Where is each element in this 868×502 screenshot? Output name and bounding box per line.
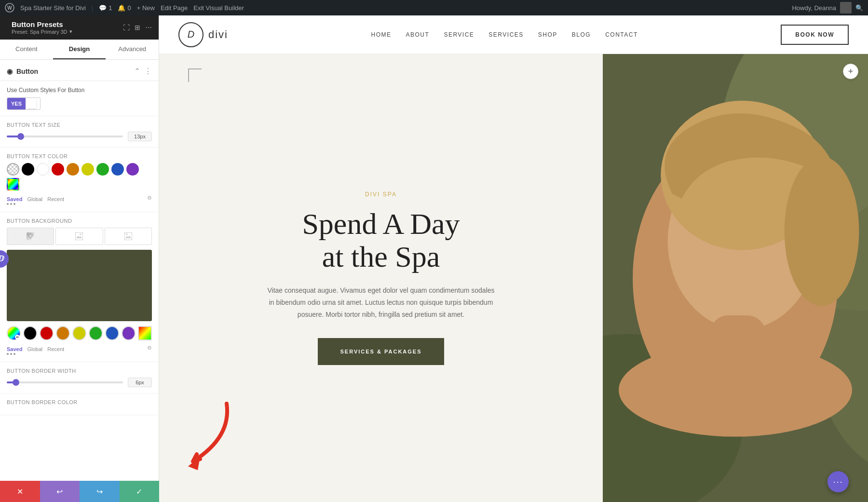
edit-page-button[interactable]: Edit Page [161, 4, 188, 12]
color-swatch-blue[interactable] [111, 163, 124, 176]
bg-option-gradient[interactable] [7, 228, 54, 245]
color-swatch-green[interactable] [96, 163, 109, 176]
user-avatar[interactable] [840, 2, 852, 14]
bg-tab-saved[interactable]: Saved [7, 346, 22, 352]
text-size-thumb[interactable] [17, 133, 24, 140]
exit-builder-button[interactable]: Exit Visual Builder [193, 4, 244, 12]
nav-contact[interactable]: CONTACT [605, 31, 638, 38]
tab-content[interactable]: Content [0, 40, 53, 59]
save-button[interactable]: ✓ [120, 481, 160, 502]
border-width-value[interactable]: 6px [128, 378, 152, 387]
nav-about[interactable]: ABOUT [406, 31, 430, 38]
panel-title-area: Button Presets Preset: Spa Primary 3D ▾ [12, 20, 72, 35]
bg-color-settings-icon[interactable]: ⚙ [147, 345, 152, 351]
site-name[interactable]: Spa Starter Site for Divi [20, 4, 86, 12]
bg-color-black[interactable] [23, 326, 37, 340]
undo-button[interactable]: ↩ [40, 481, 80, 502]
undo-icon: ↩ [56, 487, 63, 496]
book-now-button[interactable]: BOOK NOW [781, 25, 849, 45]
color-tab-saved[interactable]: Saved [7, 196, 22, 202]
text-color-tabs: Saved Global Recent [7, 196, 64, 202]
color-settings-icon[interactable]: ⚙ [147, 195, 152, 201]
howdy-text: Howdy, Deanna [792, 4, 836, 12]
color-swatch-red[interactable] [52, 163, 64, 176]
bg-color-gradient[interactable] [138, 326, 152, 340]
fullscreen-icon[interactable]: ⛶ [123, 24, 130, 31]
nav-shop[interactable]: SHOP [538, 31, 557, 38]
site-navigation: D divi HOME ABOUT SERVICE SERVICES SHOP … [159, 15, 868, 54]
color-swatch-eyedropper[interactable] [7, 178, 19, 190]
color-swatch-purple[interactable] [126, 163, 139, 176]
site-nav-links: HOME ABOUT SERVICE SERVICES SHOP BLOG CO… [371, 31, 638, 38]
hero-tag: DIVI SPA [365, 191, 397, 198]
background-field: Button Background ✏ [0, 212, 159, 362]
panel-header-icons: ⛶ ⊞ ⋯ [123, 24, 152, 31]
right-content: D divi HOME ABOUT SERVICE SERVICES SHOP … [159, 15, 868, 502]
hero-section: DIVI SPA Spend A Dayat the Spa Vitae con… [159, 54, 868, 502]
hero-bracket [188, 68, 202, 82]
nav-services[interactable]: SERVICES [488, 31, 523, 38]
border-width-field: Button Border Width 6px [0, 362, 159, 393]
search-icon[interactable]: 🔍 [855, 4, 863, 12]
floating-options-button[interactable]: ··· [827, 471, 849, 492]
bg-color-red[interactable] [40, 326, 54, 340]
color-tab-recent[interactable]: Recent [47, 196, 64, 202]
redo-button[interactable]: ↪ [80, 481, 120, 502]
panel-bottom-actions: ✕ ↩ ↪ ✓ [0, 481, 159, 502]
bg-color-purple[interactable] [122, 326, 136, 340]
add-element-button[interactable]: + [843, 64, 858, 79]
tab-design[interactable]: Design [53, 40, 106, 59]
section-header-button: ◉ Button ⌃ ⋮ [0, 60, 159, 81]
border-width-label: Button Border Width [7, 368, 152, 374]
panel-tabs: Content Design Advanced [0, 40, 159, 60]
svg-point-6 [126, 233, 128, 235]
bg-color-tabs: Saved Global Recent [7, 346, 64, 352]
bg-color-eyedropper[interactable]: ✏ [7, 326, 21, 340]
hero-cta-button[interactable]: SERVICES & PACKAGES [318, 338, 444, 365]
split-view-icon[interactable]: ⊞ [135, 24, 140, 31]
more-options-icon[interactable]: ⋯ [145, 24, 152, 31]
bg-color-yellow[interactable] [72, 326, 86, 340]
section-menu-icon[interactable]: ⋮ [144, 67, 152, 76]
custom-styles-toggle[interactable]: YES [7, 97, 41, 110]
logo-circle: D [178, 22, 203, 47]
nav-home[interactable]: HOME [371, 31, 392, 38]
color-swatch-orange[interactable] [67, 163, 79, 176]
text-size-value[interactable]: 13px [128, 132, 152, 141]
svg-point-4 [80, 233, 81, 235]
bg-color-blue[interactable] [105, 326, 119, 340]
section-collapse-icon[interactable]: ⌃ [134, 67, 140, 76]
bg-color-orange[interactable] [56, 326, 70, 340]
border-width-thumb[interactable] [13, 379, 19, 386]
bg-tab-global[interactable]: Global [27, 346, 42, 352]
admin-bar-left: W Spa Starter Site for Divi | 💬 1 🔔 0 + … [5, 3, 786, 13]
bg-option-image[interactable] [55, 228, 103, 245]
bg-tab-recent[interactable]: Recent [47, 346, 64, 352]
site-logo: D divi [178, 22, 228, 47]
chevron-down-icon[interactable]: ▾ [69, 28, 72, 35]
color-swatch-yellow[interactable] [81, 163, 94, 176]
text-color-field: Button Text Color Saved Glob [0, 148, 159, 212]
color-swatch-black[interactable] [22, 163, 34, 176]
save-icon: ✓ [136, 487, 142, 496]
nav-blog[interactable]: BLOG [572, 31, 591, 38]
custom-styles-label: Use Custom Styles For Button [7, 87, 152, 94]
nav-service[interactable]: SERVICE [444, 31, 474, 38]
bg-option-image2[interactable] [105, 228, 152, 245]
comment-count[interactable]: 🔔 0 [118, 4, 131, 12]
background-label: Button Background [7, 218, 152, 224]
tab-advanced[interactable]: Advanced [106, 40, 159, 59]
text-size-track [7, 136, 123, 137]
wp-logo-icon[interactable]: W [5, 3, 14, 13]
custom-styles-field: Use Custom Styles For Button YES [0, 81, 159, 116]
color-tab-global[interactable]: Global [27, 196, 42, 202]
cancel-button[interactable]: ✕ [0, 481, 40, 502]
section-icon: ◉ [7, 68, 13, 75]
color-swatch-transparent[interactable] [7, 163, 19, 176]
comments-icon[interactable]: 💬 1 [99, 4, 112, 12]
panel-header: 𝔻 Button Presets Preset: Spa Primary 3D … [0, 15, 159, 40]
color-swatch-white[interactable] [37, 163, 49, 176]
new-button[interactable]: + New [137, 4, 155, 12]
bg-color-green[interactable] [89, 326, 103, 340]
border-color-field: Button Border Color [0, 393, 159, 415]
